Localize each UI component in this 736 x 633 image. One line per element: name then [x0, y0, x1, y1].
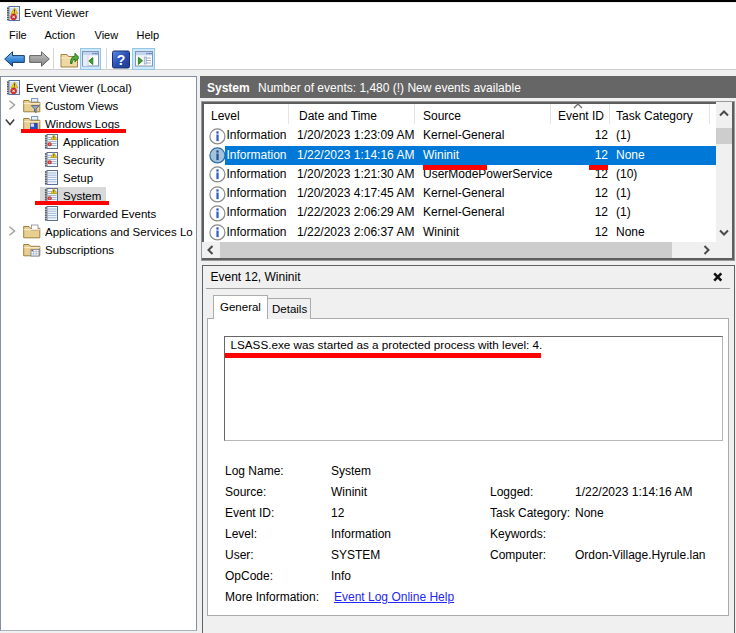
svg-text:?: ?: [117, 52, 126, 68]
